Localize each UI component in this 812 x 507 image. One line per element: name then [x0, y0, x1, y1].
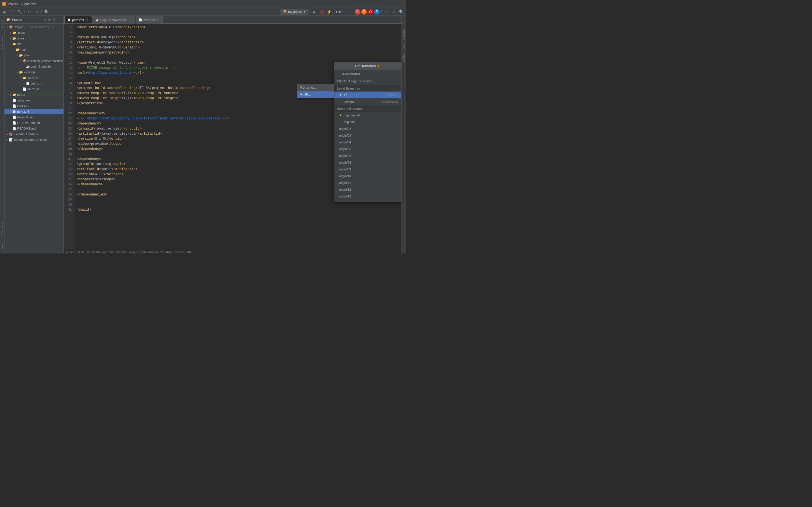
local-branch-17[interactable]: ★ 17 origin/17: [334, 92, 401, 98]
project-icon: 📦: [283, 10, 287, 13]
tree-item-iml[interactable]: ▶ 📄 Project2.iml: [4, 114, 63, 120]
tab-login[interactable]: ☕ LoginController.java ✕: [92, 16, 135, 23]
new-branch-item[interactable]: + + New Branch: [334, 70, 401, 77]
bc-webapp[interactable]: webApp: [160, 250, 172, 254]
remote-branch-10[interactable]: origin/10 ›: [334, 173, 401, 179]
right-icon-database[interactable]: Database: [402, 29, 406, 40]
right-icon-check[interactable]: ✓: [402, 17, 406, 28]
tree-item-main[interactable]: ▾ 📂 main: [4, 47, 63, 52]
run-config-button[interactable]: ⬛: [9, 9, 15, 15]
toolbar-separator-4: [334, 10, 335, 14]
remote-branch-03[interactable]: origin/03 ›: [334, 132, 401, 139]
tree-item-target[interactable]: ▶ 📂 target: [4, 92, 63, 98]
remote-branch-02[interactable]: origin/02 ›: [334, 125, 401, 132]
coverage-button[interactable]: ⚡: [326, 9, 333, 15]
project-dropdown[interactable]: 📦 my project ▾: [281, 9, 308, 15]
ln-28: 28: [64, 142, 74, 147]
undo-button[interactable]: ↩: [26, 9, 33, 15]
redo-button[interactable]: ↪: [34, 9, 40, 15]
tab-pom-icon: 📋: [67, 18, 71, 21]
remote-branch-14[interactable]: origin/14 ›: [334, 200, 401, 202]
tree-item-indexjsp[interactable]: ▶ 📄 index.jsp: [4, 86, 63, 92]
rb-10-chevron: ›: [398, 175, 398, 178]
cm-rename[interactable]: Rename...: [297, 84, 334, 91]
label-webxml: web.xml: [31, 82, 42, 85]
left-icon-favorites[interactable]: 2: Favorites: [0, 34, 4, 51]
tab-login-close[interactable]: ✕: [129, 18, 132, 22]
local-branch-develop[interactable]: ☆ develop origin/develop: [334, 98, 401, 105]
chrome-icon[interactable]: C: [355, 9, 360, 15]
tree-item-project2[interactable]: ▾ 📦 Project2 ~/Documents/Project2: [4, 24, 63, 30]
tree-item-logincontroller[interactable]: ▶ ☕ LoginController: [4, 64, 63, 69]
label-package: cn.edu.mju.project2.controller: [28, 59, 63, 62]
right-icon-ant[interactable]: Ant: [402, 41, 406, 52]
tree-item-package[interactable]: ▾ 📦 cn.edu.mju.project2.controller: [4, 58, 63, 64]
run-button[interactable]: ▶: [2, 9, 8, 15]
tree-item-src[interactable]: ▾ 📂 src: [4, 41, 63, 47]
branch-develop-star-icon: ☆: [339, 100, 342, 104]
scope-icon[interactable]: ◉: [47, 17, 52, 22]
settings-icon[interactable]: ⚙: [52, 17, 57, 22]
remote-branch-09[interactable]: origin/09 ›: [334, 166, 401, 173]
tree-item-readme[interactable]: ▶ 📄 README.md: [4, 126, 63, 131]
rb-master-chevron: ›: [398, 114, 398, 117]
bc-project[interactable]: project: [66, 250, 75, 254]
code-line-11: [77, 55, 399, 60]
tree-item-gitignore[interactable]: ▶ 📄 .gitignore: [4, 98, 63, 103]
tree-item-scratches[interactable]: ▶ 📝 Scratches and Consoles: [4, 137, 63, 143]
left-icon-web[interactable]: Web: [0, 238, 4, 253]
terminal-button[interactable]: ⬛: [384, 9, 390, 15]
left-icon-structure[interactable]: Z: Structure: [0, 221, 4, 238]
bc-sep-1: ›: [76, 250, 77, 254]
checkout-tag-item[interactable]: Checkout Tag or Revision...: [334, 77, 401, 85]
tab-webxml-close[interactable]: ✕: [156, 18, 160, 22]
search2-button[interactable]: 🔍: [398, 9, 404, 15]
remote-branch-12[interactable]: origin/12 ›: [334, 186, 401, 193]
remote-branch-08[interactable]: origin/08 ›: [334, 159, 401, 166]
tree-item-webinf[interactable]: ▾ 📂 WEB-INF: [4, 75, 63, 80]
remote-branch-13[interactable]: origin/13 ›: [334, 193, 401, 200]
remote-branch-master[interactable]: ★ origin/master ›: [334, 112, 401, 119]
remote-branch-11[interactable]: origin/11 ›: [334, 179, 401, 186]
tab-webxml[interactable]: 📄 web.xml ✕: [136, 16, 163, 23]
remote-branch-04[interactable]: origin/04 ›: [334, 139, 401, 146]
tree-item-webapp[interactable]: ▾ 📂 webapp: [4, 69, 63, 75]
settings-button[interactable]: ⚙: [391, 9, 397, 15]
bc-plugin[interactable]: plugin: [129, 250, 137, 254]
right-icon-maven[interactable]: Maven: [402, 52, 406, 64]
file-name: pom.xml: [24, 2, 36, 6]
bc-configuration[interactable]: configuration: [140, 250, 158, 254]
tree-item-readme-en[interactable]: ▶ 📄 README.en.md: [4, 120, 63, 126]
tree-item-gitee[interactable]: ▶ 📂 .gitee: [4, 30, 63, 36]
tab-pom-close[interactable]: ✕: [86, 18, 89, 22]
tree-item-webxml[interactable]: ▶ 📄 web.xml: [4, 80, 63, 86]
arrow-package: ▾: [19, 59, 22, 62]
minimize-icon[interactable]: ─: [57, 17, 62, 22]
run-play-button[interactable]: ▶: [312, 9, 318, 15]
bc-contextpath[interactable]: contextPath: [174, 250, 191, 254]
cm-push[interactable]: Push...: [297, 91, 334, 98]
edge-icon[interactable]: E: [374, 9, 380, 15]
tree-item-license[interactable]: ▶ 📄 LICENSE: [4, 103, 63, 109]
tree-item-pomxml[interactable]: ▶ 📋 pom.xml: [4, 109, 63, 114]
arrow-target: ▶: [9, 93, 12, 96]
arrow-main: ▾: [12, 48, 16, 51]
opera-icon[interactable]: O: [368, 9, 373, 15]
tab-pom[interactable]: 📋 pom.xml ✕: [64, 16, 92, 23]
left-icon-1[interactable]: 1: Project: [0, 17, 4, 34]
bc-build[interactable]: build: [78, 250, 85, 254]
remote-branch-01[interactable]: ☆ origin/01 ›: [334, 119, 401, 125]
remote-branch-05[interactable]: origin/05 ›: [334, 146, 401, 152]
rb-05-label: origin/05: [339, 147, 351, 151]
bc-plugins[interactable]: plugins: [116, 250, 126, 254]
debug-button[interactable]: 🐞: [319, 9, 325, 15]
search-button[interactable]: 🔍: [43, 9, 50, 15]
tree-item-idea[interactable]: ▶ 📂 .idea: [4, 36, 63, 41]
bc-pluginmanagement[interactable]: pluginManagement: [87, 250, 114, 254]
firefox-icon[interactable]: F: [361, 9, 367, 15]
remote-branch-06[interactable]: origin/06 ›: [334, 152, 401, 159]
tree-item-java-folder[interactable]: ▾ 📂 java: [4, 52, 63, 58]
tree-item-extlibs[interactable]: ▶ 📚 External Libraries: [4, 131, 63, 137]
tab-webxml-label: web.xml: [144, 18, 155, 22]
build-button[interactable]: 🔨: [16, 9, 22, 15]
